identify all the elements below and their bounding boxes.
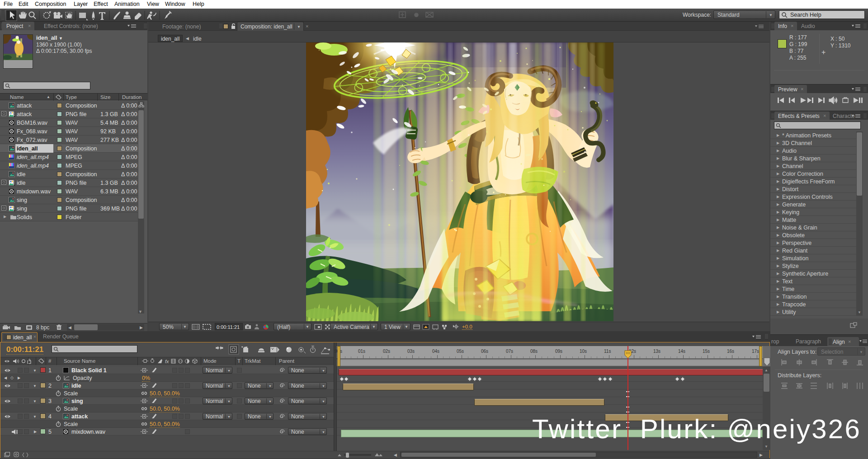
svg-text:fx: fx — [165, 359, 169, 364]
